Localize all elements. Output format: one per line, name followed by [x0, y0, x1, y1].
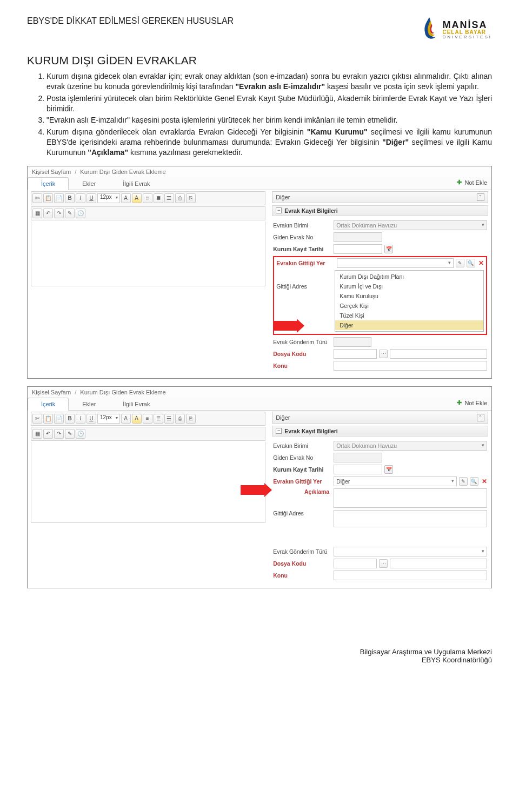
textarea-aciklama[interactable]	[334, 488, 487, 508]
input-dosya-kodu[interactable]	[334, 349, 377, 359]
highlight-button[interactable]: A	[132, 414, 142, 424]
chevron-down-icon[interactable]: ˅	[477, 193, 484, 201]
toolbar-button[interactable]: ☰	[164, 193, 174, 203]
edit-icon[interactable]: ✎	[459, 477, 468, 486]
dropdown-option[interactable]: Gerçek Kişi	[335, 301, 483, 311]
dropdown-options-list[interactable]: Kurum Dışı Dağıtım Planı Kurum İçi ve Dı…	[335, 270, 484, 332]
tab-ekler[interactable]: Ekler	[69, 177, 109, 190]
toolbar-button[interactable]: ✄	[32, 414, 42, 424]
search-icon[interactable]: 🔍	[470, 477, 478, 486]
toolbar-button[interactable]: 📄	[54, 414, 64, 424]
collapse-icon[interactable]: −	[276, 428, 282, 434]
toolbar-button[interactable]: ✄	[32, 193, 42, 203]
calendar-icon[interactable]: 📅	[384, 465, 393, 474]
input-kurum-kayit-tarihi[interactable]	[334, 244, 382, 254]
tab-ilgili-evrak[interactable]: İlgili Evrak	[109, 177, 163, 190]
highlight-button[interactable]: A	[132, 193, 142, 203]
breadcrumb-part[interactable]: Kişisel Sayfam	[32, 389, 71, 395]
breadcrumb-part[interactable]: Kurum Dışı Giden Evrak Ekleme	[80, 389, 165, 395]
toolbar-button[interactable]: 📋	[43, 193, 53, 203]
input-dosya-kodu[interactable]	[334, 559, 377, 568]
select-evrak-gonderim-turu[interactable]	[334, 547, 487, 556]
toolbar-button[interactable]: ▦	[32, 209, 42, 218]
search-icon[interactable]: 🔍	[467, 259, 475, 267]
dropdown-option[interactable]: Kamu Kuruluşu	[335, 291, 483, 301]
italic-button[interactable]: I	[76, 414, 85, 424]
textarea-gittigi-adres[interactable]	[334, 510, 487, 527]
toolbar-button[interactable]: ⎘	[186, 193, 196, 203]
section-evrak-kayit-bilgileri[interactable]: − Evrak Kayıt Bilgileri	[272, 426, 488, 437]
toolbar-button[interactable]: ▦	[32, 429, 42, 439]
toolbar-button[interactable]: ☰	[164, 414, 174, 424]
dropdown-option[interactable]: Kurum İçi ve Dışı	[335, 281, 483, 291]
toolbar-button[interactable]: ≡	[143, 193, 152, 203]
edit-icon[interactable]: ✎	[456, 259, 464, 267]
label-giden-evrak-no: Giden Evrak No	[273, 234, 331, 240]
font-size-select[interactable]: 12px	[97, 193, 120, 203]
input-kurum-kayit-tarihi[interactable]	[334, 465, 382, 474]
flame-icon	[420, 16, 439, 43]
dropdown-option[interactable]: Kurum Dışı Dağıtım Planı	[335, 272, 483, 281]
input-konu[interactable]	[334, 571, 487, 580]
toolbar-button[interactable]: 🕒	[76, 429, 85, 439]
logo-line1: MANİSA	[442, 20, 492, 30]
breadcrumb-part[interactable]: Kişisel Sayfam	[32, 169, 71, 175]
toolbar-button[interactable]: ⎙	[175, 414, 185, 424]
input-konu[interactable]	[334, 361, 487, 371]
toolbar-button[interactable]: ✎	[65, 209, 75, 218]
app-screenshot-2: Kişisel Sayfam / Kurum Dışı Giden Evrak …	[27, 386, 492, 588]
text-bold: "Diğer"	[382, 138, 409, 146]
not-ekle-button[interactable]: ✚ Not Ekle	[456, 400, 487, 406]
lookup-icon[interactable]: ⋯	[379, 350, 388, 358]
right-panel-header[interactable]: Diğer ˄	[272, 412, 488, 424]
dropdown-option-highlighted[interactable]: Diğer	[335, 320, 483, 330]
italic-button[interactable]: I	[76, 193, 85, 203]
select-evrakin-gittigi-yer[interactable]	[337, 258, 454, 268]
breadcrumb-part[interactable]: Kurum Dışı Giden Evrak Ekleme	[80, 169, 165, 175]
collapse-icon[interactable]: −	[276, 207, 282, 213]
toolbar-button[interactable]: ⎘	[186, 414, 196, 424]
font-size-select[interactable]: 12px	[97, 414, 120, 424]
calendar-icon[interactable]: 📅	[384, 245, 393, 253]
rich-text-editor[interactable]	[31, 442, 265, 523]
undo-button[interactable]: ↶	[43, 429, 53, 439]
editor-toolbar-row2: ▦ ↶ ↷ ✎ 🕒	[31, 206, 265, 220]
bold-button[interactable]: B	[65, 193, 75, 203]
lookup-icon[interactable]: ⋯	[379, 559, 388, 568]
select-evrakin-birimi[interactable]: Ortak Doküman Havuzu	[334, 441, 487, 451]
tab-icerik[interactable]: İçerik	[28, 398, 69, 411]
clear-icon[interactable]: ✕	[478, 259, 484, 267]
underline-button[interactable]: U	[86, 193, 96, 203]
text: Kurum dışına gönderilecek olan evraklard…	[46, 127, 307, 136]
toolbar-button[interactable]: ✎	[65, 429, 75, 439]
underline-button[interactable]: U	[86, 414, 96, 424]
toolbar-button[interactable]: ≣	[154, 414, 163, 424]
toolbar-button[interactable]: 🕒	[76, 209, 85, 218]
font-color-button[interactable]: A	[121, 414, 131, 424]
tab-ilgili-evrak[interactable]: İlgili Evrak	[109, 398, 163, 411]
redo-button[interactable]: ↷	[54, 209, 64, 218]
tab-icerik[interactable]: İçerik	[28, 177, 69, 190]
section-evrak-kayit-bilgileri[interactable]: − Evrak Kayıt Bilgileri	[272, 205, 488, 216]
tab-ekler[interactable]: Ekler	[69, 398, 109, 411]
not-ekle-button[interactable]: ✚ Not Ekle	[456, 179, 487, 186]
redo-button[interactable]: ↷	[54, 429, 64, 439]
select-evrakin-birimi[interactable]: Ortak Doküman Havuzu	[334, 220, 487, 230]
font-color-button[interactable]: A	[121, 193, 131, 203]
list-item: Posta işlemlerini yürütecek olan birim R…	[46, 93, 492, 115]
toolbar-button[interactable]: ≡	[143, 414, 152, 424]
dropdown-option[interactable]: Tüzel Kişi	[335, 311, 483, 320]
toolbar-button[interactable]: ⎙	[175, 193, 185, 203]
input-dosya-kodu-desc[interactable]	[390, 559, 487, 568]
toolbar-button[interactable]: 📄	[54, 193, 64, 203]
rich-text-editor[interactable]	[31, 222, 265, 286]
undo-button[interactable]: ↶	[43, 209, 53, 218]
input-dosya-kodu-desc[interactable]	[390, 349, 487, 359]
chevron-up-icon[interactable]: ˄	[477, 414, 484, 421]
select-evrakin-gittigi-yer[interactable]: Diğer	[334, 477, 457, 486]
right-panel-header[interactable]: Diğer ˅	[272, 191, 488, 203]
toolbar-button[interactable]: 📋	[43, 414, 53, 424]
clear-icon[interactable]: ✕	[482, 478, 487, 485]
bold-button[interactable]: B	[65, 414, 75, 424]
toolbar-button[interactable]: ≣	[154, 193, 163, 203]
